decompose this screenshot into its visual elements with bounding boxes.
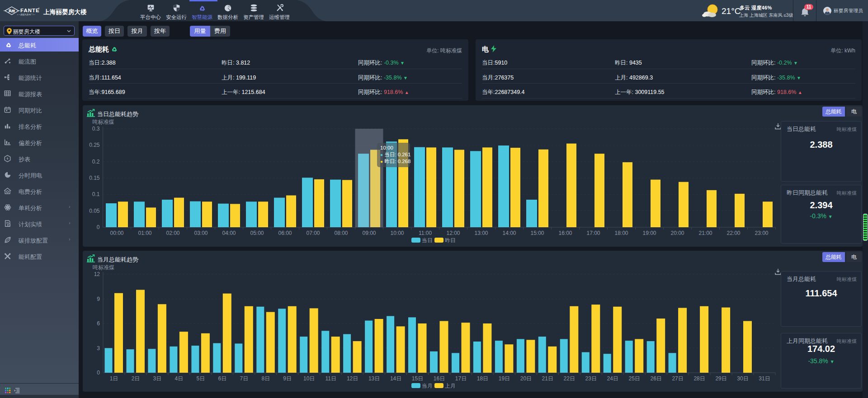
svg-text:06:00: 06:00 [278,230,292,236]
svg-text:18:00: 18:00 [614,230,628,236]
svg-text:11日: 11日 [325,375,336,382]
svg-text:12: 12 [94,271,100,277]
svg-text:吨标准煤: 吨标准煤 [93,119,114,125]
svg-text:1日: 1日 [110,375,118,382]
svg-text:18日: 18日 [477,375,488,382]
svg-text:00:00: 00:00 [110,230,123,236]
svg-text:19:00: 19:00 [642,230,656,236]
svg-text:11:00: 11:00 [419,230,432,236]
svg-text:15:00: 15:00 [530,230,544,236]
svg-text:07:00: 07:00 [306,230,320,236]
svg-text:26日: 26日 [651,375,662,382]
svg-text:昨日: 昨日 [445,237,456,243]
svg-text:29日: 29日 [715,375,726,382]
svg-text:FANTE: FANTE [20,8,40,13]
svg-text:12日: 12日 [347,375,358,382]
svg-text:30日: 30日 [737,375,748,382]
svg-text:吨标准煤: 吨标准煤 [93,264,114,271]
svg-text:▪ —易报为系统厂/—: ▪ —易报为系统厂/— [17,13,36,16]
svg-text:当月: 当月 [422,383,433,389]
svg-text:25日: 25日 [629,375,640,382]
svg-text:0.1: 0.1 [92,191,100,197]
svg-text:3日: 3日 [153,375,162,382]
svg-text:19日: 19日 [499,375,510,382]
svg-text:16日: 16日 [434,375,445,382]
svg-text:0: 0 [97,370,100,376]
svg-text:13日: 13日 [368,375,380,382]
svg-text:当日: 当日 [422,237,433,243]
svg-text:24日: 24日 [607,375,618,382]
svg-text:28日: 28日 [693,375,705,382]
svg-text:23:00: 23:00 [755,230,768,236]
svg-text:04:00: 04:00 [222,230,236,236]
svg-text:8日: 8日 [261,375,270,382]
svg-text:16:00: 16:00 [558,230,572,236]
svg-text:4日: 4日 [175,375,184,382]
svg-text:20日: 20日 [520,375,532,382]
svg-text:02:00: 02:00 [166,230,179,236]
svg-text:0.3: 0.3 [92,126,100,132]
svg-text:01:00: 01:00 [138,230,151,236]
svg-text:10日: 10日 [303,375,315,382]
svg-text:14日: 14日 [390,375,401,382]
svg-text:5日: 5日 [197,375,205,382]
svg-text:9: 9 [97,296,100,302]
svg-text:6日: 6日 [218,375,226,382]
svg-text:03:00: 03:00 [194,230,208,236]
svg-text:21:00: 21:00 [698,230,712,236]
svg-text:08:00: 08:00 [334,230,348,236]
svg-text:27日: 27日 [672,375,683,382]
svg-text:0.2: 0.2 [92,159,100,165]
svg-text:14:00: 14:00 [502,230,516,236]
svg-text:21日: 21日 [542,375,553,382]
svg-text:22:00: 22:00 [726,230,740,236]
svg-text:®: ® [38,7,40,10]
svg-text:05:00: 05:00 [250,230,264,236]
svg-text:3: 3 [97,345,100,351]
svg-text:31日: 31日 [759,375,770,382]
svg-text:23日: 23日 [585,375,597,382]
svg-text:2日: 2日 [132,375,140,382]
svg-text:6: 6 [97,320,100,327]
svg-text:13:00: 13:00 [474,230,488,236]
svg-text:20:00: 20:00 [670,230,684,236]
svg-text:上月: 上月 [445,383,456,389]
svg-text:22日: 22日 [564,375,575,382]
svg-text:7日: 7日 [240,375,248,382]
svg-text:10:00: 10:00 [390,230,404,236]
svg-text:0.25: 0.25 [89,142,100,148]
svg-text:0.05: 0.05 [89,208,100,214]
svg-text:9日: 9日 [283,375,292,382]
svg-text:09:00: 09:00 [362,230,376,236]
svg-text:17日: 17日 [455,375,467,382]
svg-text:17:00: 17:00 [586,230,600,236]
svg-text:15日: 15日 [412,375,423,382]
svg-text:12:00: 12:00 [446,230,460,236]
svg-text:0: 0 [97,224,100,230]
svg-text:风特: 风特 [8,9,16,13]
svg-text:0.15: 0.15 [89,175,100,181]
